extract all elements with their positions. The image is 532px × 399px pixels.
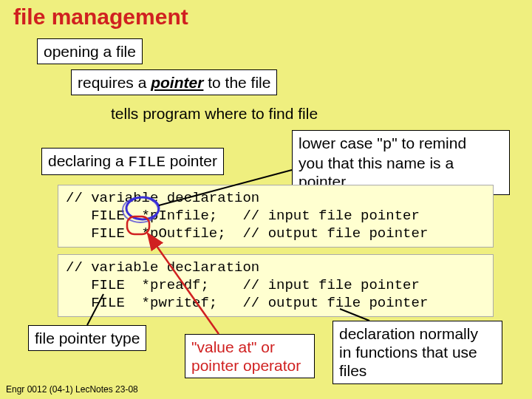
code1-l2: FILE *pInfile; // input file pointer (66, 208, 420, 224)
tip-line1-post: " to remind (392, 134, 466, 151)
code2-l1: // variable declaration (66, 259, 259, 276)
text-declaring-pre: declaring a (48, 152, 129, 169)
decl-l1: declaration normally (339, 325, 478, 342)
text-declaring-post: pointer (166, 152, 217, 169)
text-requires-pointer: pointer (151, 74, 203, 91)
code1-l1: // variable declaration (66, 190, 259, 206)
valueat-l1: "value at" or (191, 338, 275, 355)
box-requires-pointer: requires a pointer to the file (71, 69, 277, 95)
text-tells-program: tells program where to find file (111, 105, 318, 123)
box-file-pointer-type: file pointer type (28, 325, 146, 351)
code2-l3: FILE *pwritef; // output file pointer (66, 295, 428, 311)
code1-l3: FILE *pOutfile; // output file pointer (66, 225, 428, 242)
tip-line2: you that this name is a (299, 154, 454, 171)
code2-l2: FILE *preadf; // input file pointer (66, 277, 420, 293)
tip-line1-pre: lower case " (299, 134, 383, 151)
slide-title: file management (13, 4, 188, 30)
code-block-1: // variable declaration FILE *pInfile; /… (58, 185, 494, 248)
text-requires-pre: requires a (78, 74, 151, 91)
box-value-at: "value at" or pointer operator (185, 334, 315, 378)
box-opening-file: opening a file (37, 38, 143, 64)
footer-text: Engr 0012 (04-1) LecNotes 23-08 (6, 384, 138, 395)
decl-l3: files (339, 362, 366, 379)
valueat-l2: pointer operator (191, 357, 301, 374)
box-declaration-normally: declaration normally in functions that u… (332, 321, 502, 384)
tip-line1-p: p (383, 136, 392, 153)
code-block-2: // variable declaration FILE *preadf; //… (58, 254, 494, 317)
text-requires-post: to the file (203, 74, 270, 91)
decl-l2: in functions that use (339, 344, 477, 361)
text-declaring-file: FILE (129, 154, 166, 171)
box-declaring-file-pointer: declaring a FILE pointer (41, 148, 224, 175)
